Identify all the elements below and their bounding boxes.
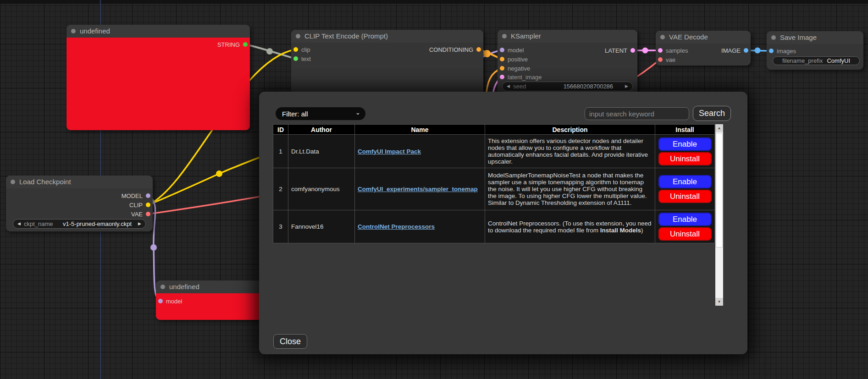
node-save-image[interactable]: Save Image images filename_prefix ComfyU… [767,31,863,70]
node-title-bar[interactable]: KSampler [498,30,637,43]
slot-dot[interactable] [146,203,150,207]
node-title: KSampler [511,32,541,40]
install-custom-nodes-dialog: Filter: all ⌄ Search ID Author Name Desc… [259,92,747,354]
output-slot-latent[interactable]: LATENT [605,47,635,54]
node-clip-text-encode[interactable]: CLIP Text Encode (Prompt) clip text COND… [291,30,483,94]
slot-label: model [508,47,524,54]
slot-label: MODEL [122,192,143,199]
scrollbar[interactable]: ▲ ▼ [715,124,723,306]
extension-link[interactable]: ComfyUI_experiments/sampler_tonemap [358,186,478,192]
slot-dot[interactable] [658,48,663,53]
cell-author: comfyanonymous [288,168,355,210]
input-slot-clip[interactable]: clip [293,46,310,53]
input-slot-samples[interactable]: samples [658,47,688,54]
enable-button[interactable]: Enable [658,137,712,151]
previous-arrow-icon[interactable]: ◀ [17,222,21,226]
slot-dot[interactable] [146,193,150,198]
node-title-bar[interactable]: undefined [66,25,250,38]
widget-value[interactable]: ComfyUI [827,57,850,64]
filename-prefix-widget[interactable]: filename_prefix ComfyUI [773,56,860,65]
extension-link[interactable]: ComfyUI Impact Pack [358,148,421,155]
node-load-checkpoint[interactable]: Load Checkpoint MODEL CLIP VAE ◀ ckpt_na… [6,176,153,231]
search-button[interactable]: Search [693,106,731,121]
input-slot-negative[interactable]: negative [500,65,530,72]
extension-link[interactable]: ControlNet Preprocessors [358,223,435,230]
col-header-install: Install [655,125,715,135]
node-title-bar[interactable]: Save Image [767,31,863,44]
col-header-description: Description [485,125,655,135]
input-slot-positive[interactable]: positive [500,55,528,63]
slot-dot[interactable] [658,57,663,62]
input-slot-model[interactable]: model [500,46,524,54]
input-slot-vae[interactable]: vae [658,56,675,63]
slot-label: images [777,48,796,55]
widget-value[interactable]: 156680208700286 [564,83,613,90]
collapse-dot-icon[interactable] [11,180,15,184]
cell-id: 3 [273,210,288,243]
seed-widget[interactable]: ◀ seed 156680208700286 ▶ [502,82,633,91]
node-title-bar[interactable]: CLIP Text Encode (Prompt) [291,30,483,43]
node-undefined-top[interactable]: undefined STRING [66,25,250,130]
slot-label: CLIP [129,202,143,209]
slot-label: VAE [131,211,143,218]
cell-install: Enable Uninstall [655,210,715,243]
ckpt-name-widget[interactable]: ◀ ckpt_name v1-5-pruned-emaonly.ckpt ▶ [13,219,146,229]
uninstall-button[interactable]: Uninstall [658,190,712,203]
slot-dot[interactable] [744,48,748,53]
col-header-name: Name [355,125,485,135]
collapse-dot-icon[interactable] [71,29,76,33]
slot-dot[interactable] [146,212,150,216]
collapse-dot-icon[interactable] [160,285,165,289]
uninstall-button[interactable]: Uninstall [658,152,712,165]
slot-dot[interactable] [476,47,481,52]
node-vae-decode[interactable]: VAE Decode samples vae IMAGE [656,31,751,66]
cell-author: Fannovel16 [288,210,355,243]
collapse-dot-icon[interactable] [771,35,776,40]
enable-button[interactable]: Enable [658,213,712,226]
input-slot-latent-image[interactable]: latent_image [500,73,542,81]
filter-select[interactable]: Filter: all [276,107,365,120]
uninstall-button[interactable]: Uninstall [658,227,712,241]
widget-value[interactable]: v1-5-pruned-emaonly.ckpt [63,220,132,227]
input-slot-text[interactable]: text [293,55,311,62]
slot-dot[interactable] [769,49,774,53]
close-button[interactable]: Close [273,334,307,349]
node-title-bar[interactable]: VAE Decode [656,31,751,44]
output-slot-conditioning[interactable]: CONDITIONING [429,46,481,53]
output-slot-string[interactable]: STRING [217,41,248,48]
cell-id: 1 [273,135,288,168]
node-ksampler[interactable]: KSampler model positive negative latent_… [498,30,637,94]
slot-dot[interactable] [293,56,298,61]
input-slot-model[interactable]: model [158,297,182,305]
slot-dot[interactable] [293,47,298,52]
decrement-arrow-icon[interactable]: ◀ [507,84,510,88]
enable-button[interactable]: Enable [658,175,712,188]
slot-dot[interactable] [500,57,504,61]
node-title: undefined [169,283,199,291]
slot-dot[interactable] [500,66,504,71]
scroll-down-icon[interactable]: ▼ [715,298,723,306]
scrollbar-thumb[interactable] [716,133,723,247]
slot-dot[interactable] [630,48,635,53]
output-slot-model[interactable]: MODEL [122,192,150,199]
increment-arrow-icon[interactable]: ▶ [625,84,628,88]
collapse-dot-icon[interactable] [660,35,665,39]
slot-dot[interactable] [500,75,504,79]
collapse-dot-icon[interactable] [296,34,300,38]
slot-dot[interactable] [243,42,248,47]
slot-dot[interactable] [158,299,163,303]
next-arrow-icon[interactable]: ▶ [138,222,141,226]
node-title-bar[interactable]: Load Checkpoint [6,176,153,188]
scroll-up-icon[interactable]: ▲ [715,124,723,132]
slot-label: model [166,298,182,305]
comfyui-node-canvas[interactable]: undefined STRING CLIP Text Encode (Promp… [0,0,868,379]
search-input[interactable] [585,107,689,120]
output-slot-image[interactable]: IMAGE [721,47,748,54]
collapse-dot-icon[interactable] [502,34,507,38]
output-slot-vae[interactable]: VAE [131,210,150,218]
input-slot-images[interactable]: images [769,47,796,55]
slot-dot[interactable] [500,48,504,52]
table-row: 3 Fannovel16 ControlNet Preprocessors Co… [273,210,715,243]
cell-description: This extension offers various detector n… [485,135,655,168]
output-slot-clip[interactable]: CLIP [129,201,150,209]
